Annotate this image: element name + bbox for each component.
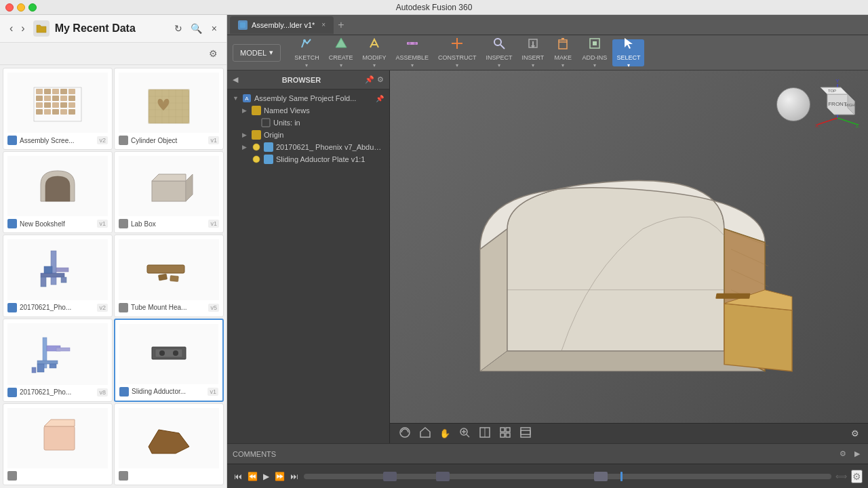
select-dropdown: ▾ bbox=[627, 62, 630, 68]
tree-label-sliding: Sliding Adductor Plate v1:1 bbox=[276, 155, 384, 163]
model-tab-button[interactable]: MODEL ▾ bbox=[233, 44, 281, 62]
timeline-step-3[interactable] bbox=[594, 472, 608, 481]
construct-button[interactable]: CONSTRUCT ▾ bbox=[434, 39, 481, 66]
expand-button[interactable]: ⚙ bbox=[849, 426, 861, 441]
browser-settings-button[interactable]: ⚙ bbox=[377, 75, 384, 84]
make-button[interactable]: MAKE ▾ bbox=[549, 39, 576, 66]
item-version-8: v1 bbox=[208, 388, 218, 396]
timeline-step-2[interactable] bbox=[436, 472, 450, 481]
timeline-resize-handle[interactable]: ⟺ bbox=[835, 472, 847, 481]
timeline-play-button[interactable]: ▶ bbox=[262, 470, 271, 483]
addins-label: ADD-INS bbox=[582, 54, 607, 61]
item-footer-3: New Bookshelf v1 bbox=[7, 219, 108, 228]
tab-close-button[interactable]: × bbox=[321, 21, 326, 28]
construct-icon bbox=[450, 37, 464, 53]
timeline-prev-button[interactable]: ⏪ bbox=[246, 470, 259, 483]
construct-label: CONSTRUCT bbox=[438, 54, 477, 61]
list-item[interactable]: Assembly Scree... v2 bbox=[3, 68, 113, 150]
tree-folder-icon-origin bbox=[252, 130, 261, 140]
zoom-button[interactable] bbox=[456, 424, 473, 443]
sidebar-search-button[interactable]: 🔍 bbox=[189, 22, 203, 35]
svg-rect-18 bbox=[52, 109, 59, 115]
list-item[interactable]: New Bookshelf v1 bbox=[3, 151, 113, 233]
view-mode-button[interactable] bbox=[517, 424, 534, 443]
timeline-settings-button[interactable]: ⚙ bbox=[851, 470, 863, 483]
svg-rect-45 bbox=[37, 361, 58, 364]
svg-line-68 bbox=[500, 45, 505, 49]
timeline-next-button[interactable]: ⏩ bbox=[273, 470, 286, 483]
list-item[interactable] bbox=[3, 403, 113, 485]
navigation-ball[interactable] bbox=[776, 87, 810, 121]
tab-assembly[interactable]: Assembly...lder v1* × bbox=[230, 16, 334, 34]
svg-rect-17 bbox=[44, 109, 51, 115]
pan-button[interactable]: ✋ bbox=[437, 426, 452, 441]
tab-add-button[interactable]: + bbox=[338, 19, 344, 31]
comments-expand-button[interactable]: ▶ bbox=[852, 448, 863, 460]
timeline-step-1[interactable] bbox=[383, 472, 397, 481]
minimize-window-button[interactable] bbox=[17, 3, 25, 12]
list-item[interactable]: 20170621_Pho... v8 bbox=[3, 319, 113, 402]
orbit-button[interactable] bbox=[397, 424, 413, 443]
list-item[interactable]: Lab Box v1 bbox=[114, 151, 224, 233]
item-version-2: v1 bbox=[208, 136, 219, 144]
item-type-icon-1 bbox=[7, 136, 17, 145]
sidebar-refresh-button[interactable]: ↻ bbox=[173, 22, 184, 35]
sidebar-header: ‹ › My Recent Data ↻ 🔍 × bbox=[0, 15, 226, 43]
item-preview-2 bbox=[119, 73, 219, 133]
display-mode-button[interactable] bbox=[477, 424, 493, 443]
tree-expand-origin: ▶ bbox=[242, 131, 249, 138]
sketch-button[interactable]: SKETCH ▾ bbox=[290, 39, 323, 66]
item-version-7: v8 bbox=[97, 388, 108, 396]
browser-pin-button[interactable]: 📌 bbox=[365, 75, 374, 84]
list-item[interactable]: Cylinder Object v1 bbox=[114, 68, 224, 150]
grid-mode-button[interactable] bbox=[497, 424, 513, 443]
tree-item-named-views[interactable]: ▶ Named Views bbox=[239, 104, 387, 117]
timeline-skip-start-button[interactable]: ⏮ bbox=[233, 470, 243, 483]
maximize-window-button[interactable] bbox=[28, 3, 37, 12]
tree-item-root[interactable]: ▼ A Assembly Same Project Fold... 📌 bbox=[230, 92, 387, 104]
list-item[interactable]: Tube Mount Hea... v5 bbox=[114, 235, 224, 317]
home-button[interactable] bbox=[417, 424, 433, 443]
close-window-button[interactable] bbox=[5, 3, 14, 12]
comments-bar: COMMENTS ⚙ ▶ bbox=[227, 443, 868, 464]
svg-rect-4 bbox=[60, 89, 67, 94]
item-type-icon-4 bbox=[119, 219, 128, 228]
timeline-bar[interactable] bbox=[304, 474, 831, 479]
sidebar-forward-button[interactable]: › bbox=[18, 21, 27, 36]
construct-dropdown: ▾ bbox=[456, 62, 458, 68]
browser-collapse-button[interactable]: ◀ bbox=[233, 75, 238, 84]
sidebar-settings-button[interactable]: ⚙ bbox=[205, 45, 221, 62]
insert-button[interactable]: INSERT ▾ bbox=[518, 39, 549, 66]
sidebar-grid: Assembly Scree... v2 bbox=[0, 65, 226, 488]
addins-button[interactable]: ADD-INS ▾ bbox=[578, 39, 611, 66]
timeline: ⏮ ⏪ ▶ ⏩ ⏭ ⟺ ⚙ bbox=[227, 464, 868, 488]
list-item[interactable] bbox=[114, 403, 224, 485]
tree-item-origin[interactable]: ▶ Origin bbox=[239, 129, 387, 141]
list-item[interactable]: Sliding Adductor... v1 bbox=[114, 319, 224, 402]
modify-button[interactable]: MODIFY ▾ bbox=[358, 39, 390, 66]
svg-rect-16 bbox=[36, 109, 43, 115]
tree-item-phoenix[interactable]: ▶ 20170621_ Phoenix v7_Abduct... bbox=[239, 141, 387, 153]
assemble-button[interactable]: ASSEMBLE ▾ bbox=[391, 39, 433, 66]
svg-rect-55 bbox=[44, 426, 75, 450]
sidebar-back-button[interactable]: ‹ bbox=[7, 21, 16, 36]
comments-settings-button[interactable]: ⚙ bbox=[837, 448, 849, 460]
sidebar-close-button[interactable]: × bbox=[209, 22, 220, 35]
tree-item-sliding[interactable]: Sliding Adductor Plate v1:1 bbox=[239, 153, 387, 165]
workspace: ◀ BROWSER 📌 ⚙ ▼ A Assembly Same Project … bbox=[227, 70, 868, 443]
assemble-label: ASSEMBLE bbox=[395, 54, 429, 61]
viewcube[interactable]: Y X Z FRONT RIGHT TOP bbox=[814, 77, 861, 125]
viewport[interactable]: Y X Z FRONT RIGHT TOP bbox=[390, 70, 868, 443]
select-button[interactable]: SELECT ▾ bbox=[612, 39, 644, 66]
tree-item-units[interactable]: Units: in bbox=[249, 117, 387, 129]
tree-label-named-views: Named Views bbox=[264, 106, 384, 115]
svg-rect-49 bbox=[56, 348, 70, 351]
viewport-bottom-controls: ✋ ⚙ bbox=[390, 423, 868, 443]
orbit-ball[interactable] bbox=[776, 87, 810, 121]
timeline-skip-end-button[interactable]: ⏭ bbox=[289, 470, 300, 483]
inspect-button[interactable]: INSPECT ▾ bbox=[482, 39, 517, 66]
svg-rect-14 bbox=[60, 102, 67, 108]
svg-rect-5 bbox=[68, 89, 75, 94]
create-button[interactable]: CREATE ▾ bbox=[325, 39, 357, 66]
list-item[interactable]: 20170621_Pho... v2 bbox=[3, 235, 113, 317]
